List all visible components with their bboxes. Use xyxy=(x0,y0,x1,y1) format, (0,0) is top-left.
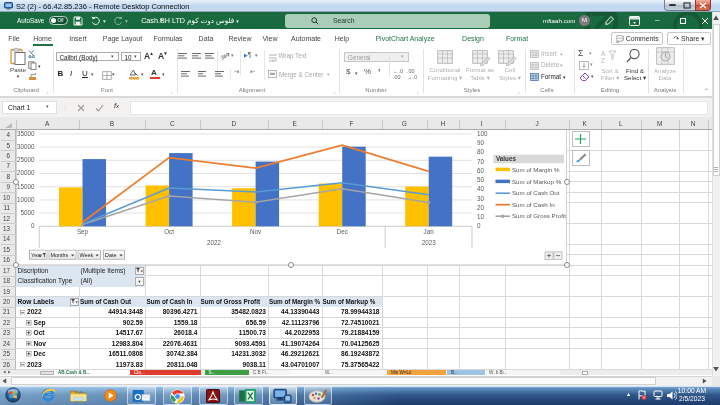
svg-text:70: 70 xyxy=(476,158,483,165)
svg-text:20000: 20000 xyxy=(17,170,35,177)
svg-text:10: 10 xyxy=(476,213,483,220)
svg-text:60: 60 xyxy=(476,167,483,174)
svg-text:A: A xyxy=(601,50,606,57)
svg-text:O: O xyxy=(134,391,141,401)
svg-text:Sum of Cash In: Sum of Cash In xyxy=(511,201,554,208)
svg-text:15000: 15000 xyxy=(17,183,35,190)
svg-text:90: 90 xyxy=(476,139,483,146)
svg-text:50: 50 xyxy=(476,176,483,183)
svg-text:0: 0 xyxy=(476,222,480,229)
svg-text:Sum of Markup %: Sum of Markup % xyxy=(511,178,561,185)
svg-text:Nov: Nov xyxy=(250,228,262,235)
svg-text:35000: 35000 xyxy=(17,130,35,137)
svg-text:40: 40 xyxy=(476,185,483,192)
svg-text:Date: Date xyxy=(105,252,116,258)
svg-text:80: 80 xyxy=(476,148,483,155)
svg-text:Sum of Cash Out: Sum of Cash Out xyxy=(511,189,559,196)
svg-text:100: 100 xyxy=(476,130,487,137)
svg-text:Sum of Gross Profit: Sum of Gross Profit xyxy=(511,212,565,219)
svg-text:30000: 30000 xyxy=(17,143,35,150)
svg-text:2023: 2023 xyxy=(421,239,435,246)
svg-text:0: 0 xyxy=(31,222,35,229)
svg-text:Year: Year xyxy=(31,252,42,258)
svg-text:25000: 25000 xyxy=(17,156,35,163)
svg-text:ab: ab xyxy=(221,52,227,58)
svg-text:30: 30 xyxy=(476,195,483,202)
svg-text:Values: Values xyxy=(495,155,515,162)
svg-text:Jan: Jan xyxy=(423,228,434,235)
svg-text:Z: Z xyxy=(601,57,605,64)
svg-text:20: 20 xyxy=(476,204,483,211)
svg-text:10000: 10000 xyxy=(17,196,35,203)
svg-text:Months: Months xyxy=(50,252,68,258)
svg-text:Week: Week xyxy=(79,252,93,258)
svg-text:Sep: Sep xyxy=(76,228,88,236)
svg-text:Sum of Margin %: Sum of Margin % xyxy=(511,166,559,173)
svg-text:2022: 2022 xyxy=(207,239,221,246)
svg-text:Dec: Dec xyxy=(336,228,347,235)
svg-text:Oct: Oct xyxy=(164,228,174,235)
svg-text:5000: 5000 xyxy=(20,209,34,216)
